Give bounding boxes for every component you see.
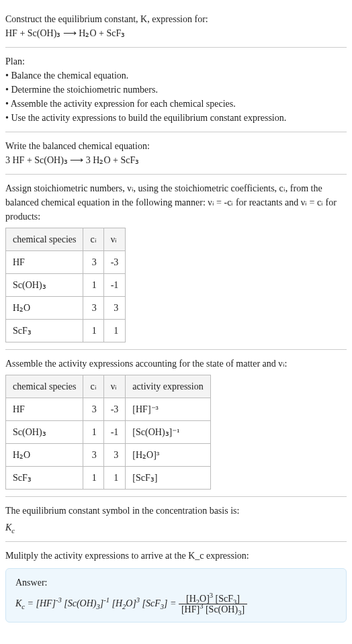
cell-activity-expression: [ScF₃]	[126, 467, 210, 490]
answer-fraction: [H2O]3 [ScF3] [HF]3 [Sc(OH)3]	[179, 594, 247, 615]
cell-v: 3	[103, 297, 126, 320]
cell-v: -3	[103, 398, 126, 421]
cell-v: -1	[103, 421, 126, 444]
col-c: cᵢ	[83, 375, 103, 398]
plan-item: • Balance the chemical equation.	[5, 68, 347, 83]
table-header-row: chemical species cᵢ νᵢ activity expressi…	[6, 375, 211, 398]
intro-line1: Construct the equilibrium constant, K, e…	[5, 12, 347, 26]
cell-v: -1	[103, 274, 126, 297]
activity-table: chemical species cᵢ νᵢ activity expressi…	[5, 375, 211, 490]
cell-species: ScF₃	[6, 320, 83, 342]
col-species: chemical species	[6, 375, 83, 398]
plan-item: • Determine the stoichiometric numbers.	[5, 83, 347, 97]
plan-item: • Assemble the activity expression for e…	[5, 97, 347, 111]
col-activity-expression: activity expression	[126, 375, 210, 398]
cell-v: 1	[103, 320, 126, 342]
cell-c: 3	[83, 398, 103, 421]
intro-section: Construct the equilibrium constant, K, e…	[5, 5, 347, 48]
cell-species: H₂O	[6, 297, 83, 320]
cell-v: -3	[103, 251, 126, 274]
cell-activity-expression: [HF]⁻³	[126, 398, 210, 421]
balanced-section: Write the balanced chemical equation: 3 …	[5, 132, 347, 175]
cell-activity-expression: [H₂O]³	[126, 444, 210, 467]
k-symbol-text: The equilibrium constant symbol in the c…	[5, 504, 347, 518]
answer-label: Answer:	[15, 576, 337, 590]
activity-text: Assemble the activity expressions accoun…	[5, 357, 347, 371]
cell-activity-expression: [Sc(OH)₃]⁻¹	[126, 421, 210, 444]
fraction-numerator: [H2O]3 [ScF3]	[179, 594, 247, 604]
col-species: chemical species	[6, 228, 83, 251]
cell-species: HF	[6, 251, 83, 274]
table-row: ScF₃ 1 1 [ScF₃]	[6, 467, 211, 490]
plan-section: Plan: • Balance the chemical equation. •…	[5, 48, 347, 132]
intro-equation: HF + Sc(OH)₃ ⟶ H₂O + ScF₃	[5, 26, 347, 40]
cell-c: 3	[83, 297, 103, 320]
balanced-line1: Write the balanced chemical equation:	[5, 139, 347, 153]
answer-expression: Kc = [HF]-3 [Sc(OH)3]-1 [H2O]3 [ScF3] = …	[15, 594, 337, 615]
table-row: Sc(OH)₃ 1 -1 [Sc(OH)₃]⁻¹	[6, 421, 211, 444]
k-symbol-section: The equilibrium constant symbol in the c…	[5, 497, 347, 542]
table-row: H₂O 3 3 [H₂O]³	[6, 444, 211, 467]
col-v: νᵢ	[103, 228, 126, 251]
cell-c: 3	[83, 444, 103, 467]
table-row: HF 3 -3	[6, 251, 126, 274]
answer-box: Answer: Kc = [HF]-3 [Sc(OH)3]-1 [H2O]3 […	[5, 568, 347, 623]
cell-c: 1	[83, 467, 103, 490]
cell-species: HF	[6, 398, 83, 421]
cell-species: ScF₃	[6, 467, 83, 490]
multiply-section: Mulitply the activity expressions to arr…	[5, 542, 347, 629]
cell-c: 3	[83, 251, 103, 274]
cell-species: Sc(OH)₃	[6, 421, 83, 444]
fraction-denominator: [HF]3 [Sc(OH)3]	[179, 604, 247, 614]
cell-v: 1	[103, 467, 126, 490]
cell-species: H₂O	[6, 444, 83, 467]
cell-c: 1	[83, 320, 103, 342]
cell-c: 1	[83, 421, 103, 444]
multiply-text: Mulitply the activity expressions to arr…	[5, 549, 347, 563]
answer-left: Kc = [HF]-3 [Sc(OH)3]-1 [H2O]3 [ScF3] =	[15, 598, 179, 608]
balanced-equation: 3 HF + Sc(OH)₃ ⟶ 3 H₂O + ScF₃	[5, 153, 347, 167]
cell-c: 1	[83, 274, 103, 297]
stoich-text: Assign stoichiometric numbers, νᵢ, using…	[5, 181, 347, 224]
k-symbol: Kc	[5, 520, 347, 535]
table-row: HF 3 -3 [HF]⁻³	[6, 398, 211, 421]
plan-heading: Plan:	[5, 54, 347, 68]
col-c: cᵢ	[83, 228, 103, 251]
col-v: νᵢ	[103, 375, 126, 398]
table-row: ScF₃ 1 1	[6, 320, 126, 342]
stoich-table: chemical species cᵢ νᵢ HF 3 -3 Sc(OH)₃ 1…	[5, 228, 126, 342]
activity-section: Assemble the activity expressions accoun…	[5, 350, 347, 497]
cell-species: Sc(OH)₃	[6, 274, 83, 297]
plan-item: • Use the activity expressions to build …	[5, 111, 347, 125]
cell-v: 3	[103, 444, 126, 467]
stoichiometric-section: Assign stoichiometric numbers, νᵢ, using…	[5, 175, 347, 350]
table-row: Sc(OH)₃ 1 -1	[6, 274, 126, 297]
table-row: H₂O 3 3	[6, 297, 126, 320]
table-header-row: chemical species cᵢ νᵢ	[6, 228, 126, 251]
